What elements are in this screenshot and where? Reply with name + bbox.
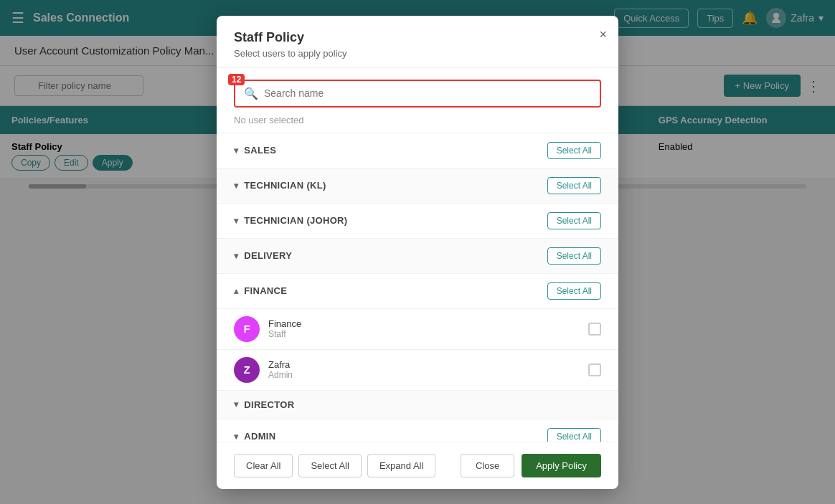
avatar-finance: F xyxy=(234,316,260,342)
select-all-button[interactable]: Select All xyxy=(298,454,361,477)
user-name-finance: Finance xyxy=(268,318,588,329)
group-director[interactable]: ▾ DIRECTOR xyxy=(217,391,618,419)
user-role-finance: Staff xyxy=(268,329,588,339)
user-info-finance: Finance Staff xyxy=(268,318,588,339)
user-name-zafra: Zafra xyxy=(268,359,588,370)
select-all-admin-button[interactable]: Select All xyxy=(547,428,601,442)
user-info-zafra: Zafra Admin xyxy=(268,359,588,380)
user-role-zafra: Admin xyxy=(268,370,588,380)
chevron-icon: ▾ xyxy=(234,432,238,442)
close-button[interactable]: Close xyxy=(461,454,514,477)
user-checkbox-finance[interactable] xyxy=(588,323,601,336)
modal-overlay: Staff Policy Select users to apply polic… xyxy=(0,0,835,504)
chevron-icon: ▾ xyxy=(234,216,238,226)
avatar-zafra: Z xyxy=(234,357,260,383)
group-technician-johor-label: ▾ TECHNICIAN (JOHOR) xyxy=(234,215,347,226)
chevron-icon: ▾ xyxy=(234,399,238,409)
group-sales-label: ▾ SALES xyxy=(234,145,276,156)
group-technician-kl[interactable]: ▾ TECHNICIAN (KL) Select All xyxy=(217,168,618,204)
chevron-icon: ▾ xyxy=(234,181,238,191)
search-icon: 🔍 xyxy=(244,87,258,100)
select-all-technician-kl-button[interactable]: Select All xyxy=(547,177,601,194)
select-all-technician-johor-button[interactable]: Select All xyxy=(547,212,601,229)
modal-subtitle: Select users to apply policy xyxy=(234,48,601,59)
search-area: 12 🔍 xyxy=(217,68,618,108)
group-finance[interactable]: ▴ FINANCE Select All xyxy=(217,274,618,309)
select-all-delivery-button[interactable]: Select All xyxy=(547,247,601,265)
group-finance-label: ▴ FINANCE xyxy=(234,285,287,296)
group-director-label: ▾ DIRECTOR xyxy=(234,399,294,410)
modal-title: Staff Policy xyxy=(234,30,601,45)
modal-footer: Clear All Select All Expand All Close Ap… xyxy=(217,442,618,489)
footer-right: Close Apply Policy xyxy=(461,454,601,477)
group-admin-label: ▾ ADMIN xyxy=(234,431,275,442)
footer-left: Clear All Select All Expand All xyxy=(234,454,435,477)
badge: 12 xyxy=(228,74,245,85)
modal-header: Staff Policy Select users to apply polic… xyxy=(217,16,618,68)
group-sales[interactable]: ▾ SALES Select All xyxy=(217,133,618,168)
staff-policy-modal: Staff Policy Select users to apply polic… xyxy=(217,16,618,489)
group-delivery[interactable]: ▾ DELIVERY Select All xyxy=(217,239,618,274)
apply-policy-button[interactable]: Apply Policy xyxy=(522,454,601,477)
expand-all-button[interactable]: Expand All xyxy=(367,454,435,477)
select-all-finance-button[interactable]: Select All xyxy=(547,282,601,300)
chevron-icon: ▾ xyxy=(234,251,238,261)
select-all-sales-button[interactable]: Select All xyxy=(547,142,601,159)
no-user-label: No user selected xyxy=(217,108,618,133)
clear-all-button[interactable]: Clear All xyxy=(234,454,293,477)
user-row-finance: F Finance Staff xyxy=(217,309,618,350)
chevron-up-icon: ▴ xyxy=(234,286,238,296)
app-background: ☰ Sales Connection Quick Access Tips 🔔 Z… xyxy=(0,0,835,504)
user-checkbox-zafra[interactable] xyxy=(588,363,601,376)
modal-close-button[interactable]: × xyxy=(599,27,607,42)
search-input[interactable] xyxy=(264,87,591,99)
chevron-icon: ▾ xyxy=(234,146,238,156)
group-list: ▾ SALES Select All ▾ TECHNICIAN (KL) Sel… xyxy=(217,133,618,442)
group-technician-kl-label: ▾ TECHNICIAN (KL) xyxy=(234,180,326,191)
group-technician-johor[interactable]: ▾ TECHNICIAN (JOHOR) Select All xyxy=(217,204,618,239)
group-delivery-label: ▾ DELIVERY xyxy=(234,250,292,261)
user-row-zafra: Z Zafra Admin xyxy=(217,350,618,391)
search-box: 12 🔍 xyxy=(234,80,601,108)
group-admin[interactable]: ▾ ADMIN Select All xyxy=(217,419,618,442)
